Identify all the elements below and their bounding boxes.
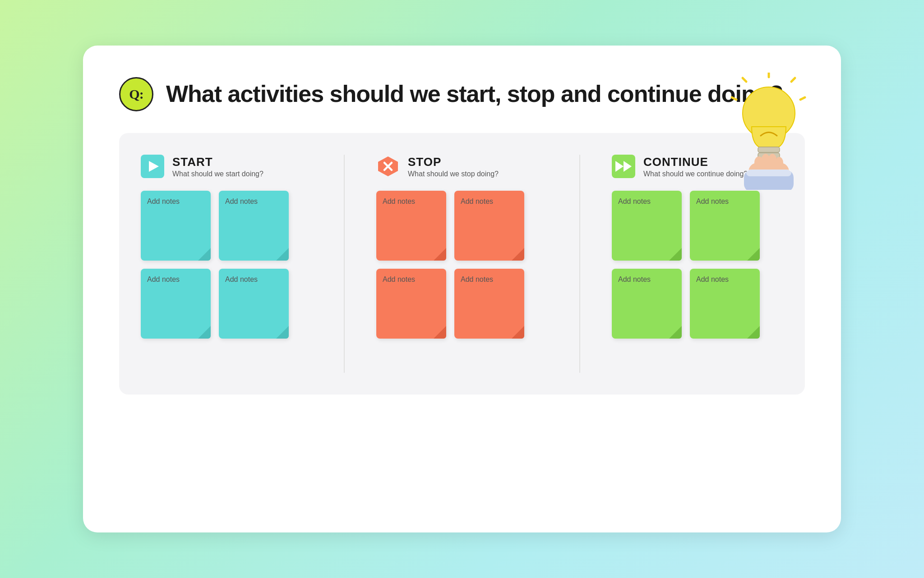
question-section: Q: What activities should we start, stop… [119, 77, 805, 111]
start-note-3[interactable]: Add notes [141, 269, 211, 339]
question-badge: Q: [119, 77, 153, 111]
stop-note-4-label: Add notes [461, 275, 493, 284]
continue-column-header: CONTINUE What should we continue doing? [612, 155, 783, 178]
continue-note-4-label: Add notes [696, 275, 729, 284]
stop-column-header: STOP What should we stop doing? [376, 155, 548, 178]
stop-note-1[interactable]: Add notes [376, 191, 446, 261]
stop-column: STOP What should we stop doing? Add note… [376, 155, 548, 373]
stop-icon [376, 155, 400, 178]
start-note-3-label: Add notes [147, 275, 180, 284]
stop-note-3-label: Add notes [383, 275, 415, 284]
start-notes-grid: Add notes Add notes Add notes Add notes [141, 191, 312, 339]
continue-note-2-label: Add notes [696, 197, 729, 206]
stop-note-3[interactable]: Add notes [376, 269, 446, 339]
continue-title: CONTINUE [643, 155, 748, 169]
continue-notes-grid: Add notes Add notes Add notes Add notes [612, 191, 783, 339]
start-note-1-label: Add notes [147, 197, 180, 206]
stop-subtitle: What should we stop doing? [408, 170, 499, 178]
play-icon [141, 155, 164, 178]
start-column: START What should we start doing? Add no… [141, 155, 312, 373]
divider-1 [344, 155, 345, 373]
start-note-1[interactable]: Add notes [141, 191, 211, 261]
start-title: START [172, 155, 263, 169]
board-area: START What should we start doing? Add no… [119, 133, 805, 395]
stop-title: STOP [408, 155, 499, 169]
continue-note-2[interactable]: Add notes [690, 191, 760, 261]
continue-note-4[interactable]: Add notes [690, 269, 760, 339]
stop-note-1-label: Add notes [383, 197, 415, 206]
continue-subtitle: What should we continue doing? [643, 170, 748, 178]
continue-icon [612, 155, 635, 178]
start-note-4-label: Add notes [225, 275, 258, 284]
continue-note-1[interactable]: Add notes [612, 191, 682, 261]
continue-note-3[interactable]: Add notes [612, 269, 682, 339]
start-subtitle: What should we start doing? [172, 170, 263, 178]
main-card: Q: What activities should we start, stop… [83, 46, 841, 532]
start-column-header: START What should we start doing? [141, 155, 312, 178]
stop-note-4[interactable]: Add notes [454, 269, 524, 339]
stop-note-2[interactable]: Add notes [454, 191, 524, 261]
start-note-4[interactable]: Add notes [219, 269, 289, 339]
start-note-2-label: Add notes [225, 197, 258, 206]
continue-note-3-label: Add notes [618, 275, 651, 284]
question-text: What activities should we start, stop an… [166, 81, 783, 107]
stop-notes-grid: Add notes Add notes Add notes Add notes [376, 191, 548, 339]
divider-2 [579, 155, 580, 373]
start-note-2[interactable]: Add notes [219, 191, 289, 261]
stop-note-2-label: Add notes [461, 197, 493, 206]
continue-note-1-label: Add notes [618, 197, 651, 206]
continue-column: CONTINUE What should we continue doing? … [612, 155, 783, 373]
q-badge-label: Q: [129, 87, 143, 102]
